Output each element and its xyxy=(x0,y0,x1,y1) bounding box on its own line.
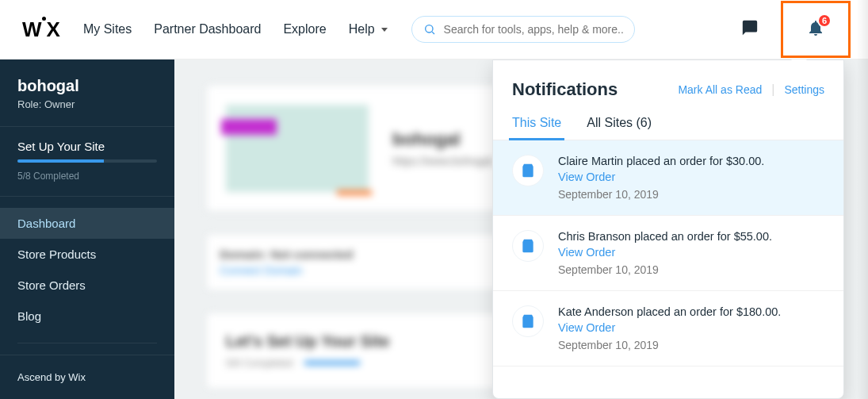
top-nav: My Sites Partner Dashboard Explore Help xyxy=(83,22,388,36)
bell-highlight: 6 xyxy=(781,1,851,58)
notification-text: Kate Anderson placed an order for $180.0… xyxy=(558,305,781,318)
notification-item[interactable]: Claire Martin placed an order for $30.00… xyxy=(493,140,843,216)
notification-item[interactable]: Kate Anderson placed an order for $180.0… xyxy=(493,291,843,366)
search-box[interactable] xyxy=(411,16,635,43)
mark-all-read[interactable]: Mark All as Read xyxy=(678,83,762,96)
sidebar-item-store-products[interactable]: Store Products xyxy=(0,239,174,270)
view-order-link[interactable]: View Order xyxy=(558,246,615,259)
view-order-link[interactable]: View Order xyxy=(558,321,615,334)
setup-progress-bar xyxy=(17,159,157,163)
sidebar-item-blog[interactable]: Blog xyxy=(0,301,174,332)
tab-all-sites[interactable]: All Sites (6) xyxy=(587,116,652,140)
nav-explore[interactable]: Explore xyxy=(283,22,326,36)
notifications-settings[interactable]: Settings xyxy=(784,83,824,96)
bell-badge: 6 xyxy=(817,13,832,28)
sidebar-nav: Dashboard Store Products Store Orders Bl… xyxy=(0,208,174,332)
topbar: WX My Sites Partner Dashboard Explore He… xyxy=(0,0,868,59)
notification-date: September 10, 2019 xyxy=(558,188,764,201)
tab-this-site[interactable]: This Site xyxy=(512,116,561,140)
notifications-bell[interactable]: 6 xyxy=(806,18,825,40)
notification-date: September 10, 2019 xyxy=(558,339,781,351)
content-area: bohogal https://www.bohogal... Site Acti… xyxy=(174,59,868,399)
notifications-list: Claire Martin placed an order for $30.00… xyxy=(493,140,843,398)
notification-text: Chris Branson placed an order for $55.00… xyxy=(558,230,772,243)
notification-item[interactable]: Chris Branson placed an order for $55.00… xyxy=(493,216,843,291)
shopping-bag-icon xyxy=(512,155,544,186)
shopping-bag-icon xyxy=(512,305,544,337)
sidebar-item-store-orders[interactable]: Store Orders xyxy=(0,270,174,301)
notifications-tabs: This Site All Sites (6) xyxy=(493,100,843,140)
svg-line-1 xyxy=(432,32,434,34)
notifications-panel: Notifications Mark All as Read | Setting… xyxy=(492,59,844,399)
site-role: Role: Owner xyxy=(17,98,157,110)
chat-icon[interactable] xyxy=(741,19,759,40)
shopping-bag-icon xyxy=(512,230,544,262)
view-order-link[interactable]: View Order xyxy=(558,171,615,183)
setup-progress-text: 5/8 Completed xyxy=(17,171,157,182)
chevron-down-icon xyxy=(381,28,388,32)
nav-my-sites[interactable]: My Sites xyxy=(83,22,132,36)
sidebar: bohogal Role: Owner Set Up Your Site 5/8… xyxy=(0,59,174,399)
site-name: bohogal xyxy=(17,77,157,95)
svg-point-0 xyxy=(425,25,432,33)
nav-partner-dashboard[interactable]: Partner Dashboard xyxy=(154,22,261,36)
nav-help[interactable]: Help xyxy=(349,22,388,36)
setup-label: Set Up Your Site xyxy=(17,140,157,153)
sidebar-item-dashboard[interactable]: Dashboard xyxy=(0,208,174,239)
ascend-by-wix[interactable]: Ascend by Wix xyxy=(0,355,174,399)
search-input[interactable] xyxy=(444,23,623,36)
notifications-title: Notifications xyxy=(512,79,678,100)
notification-text: Claire Martin placed an order for $30.00… xyxy=(558,155,764,167)
wix-logo[interactable]: WX xyxy=(22,17,59,42)
notification-date: September 10, 2019 xyxy=(558,263,772,276)
search-icon xyxy=(423,23,436,36)
nav-help-label: Help xyxy=(349,22,375,36)
setup-section[interactable]: Set Up Your Site 5/8 Completed xyxy=(0,126,174,190)
